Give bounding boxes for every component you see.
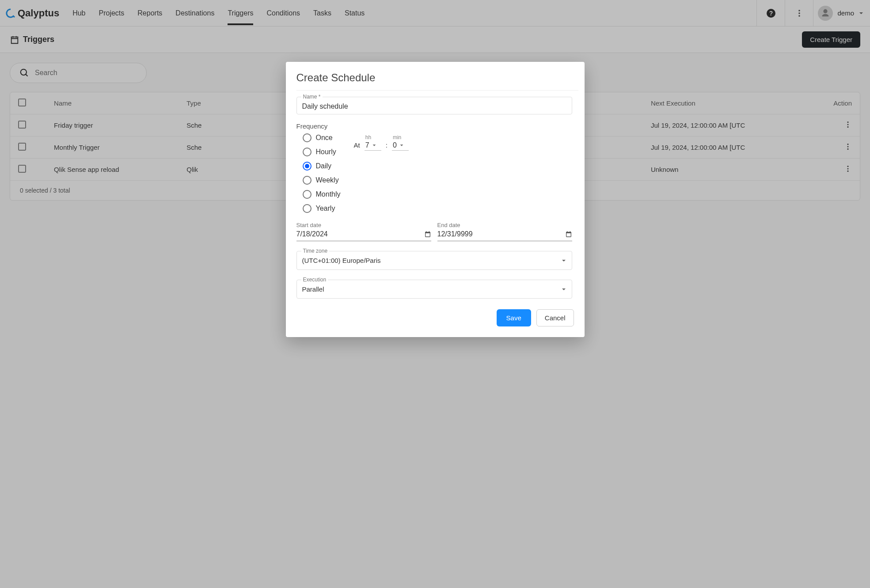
frequency-option-once[interactable]: Once — [303, 133, 341, 142]
name-input[interactable] — [302, 102, 566, 110]
time-picker: At hh 7 : min 0 — [354, 134, 409, 151]
frequency-option-label: Daily — [316, 162, 332, 170]
chevron-down-icon — [399, 143, 404, 148]
modal-overlay: Create Schedule Name * Frequency OnceHou… — [0, 0, 870, 210]
frequency-option-label: Yearly — [316, 205, 335, 210]
hour-select[interactable]: 7 — [365, 141, 381, 151]
hh-label: hh — [365, 134, 371, 140]
name-label: Name * — [301, 94, 323, 100]
radio-icon — [303, 133, 312, 142]
minute-value: 0 — [393, 141, 397, 149]
radio-icon — [303, 162, 312, 171]
frequency-option-monthly[interactable]: Monthly — [303, 190, 341, 199]
frequency-option-yearly[interactable]: Yearly — [303, 204, 341, 210]
radio-icon — [303, 204, 312, 210]
at-label: At — [354, 141, 360, 151]
frequency-option-label: Hourly — [316, 148, 336, 156]
hour-value: 7 — [365, 141, 369, 149]
frequency-option-hourly[interactable]: Hourly — [303, 148, 341, 156]
dialog-scroll[interactable]: Name * Frequency OnceHourlyDailyWeeklyMo… — [296, 90, 578, 210]
frequency-option-label: Weekly — [316, 176, 339, 184]
frequency-option-label: Monthly — [316, 190, 341, 198]
radio-icon — [303, 190, 312, 199]
frequency-option-weekly[interactable]: Weekly — [303, 176, 341, 185]
dialog-title: Create Schedule — [286, 62, 585, 90]
chevron-down-icon — [372, 143, 376, 148]
frequency-label: Frequency — [296, 122, 572, 130]
radio-icon — [303, 176, 312, 185]
frequency-option-label: Once — [316, 134, 333, 142]
radio-icon — [303, 148, 312, 156]
minute-select[interactable]: 0 — [392, 141, 409, 151]
name-field[interactable]: Name * — [296, 97, 572, 114]
create-schedule-dialog: Create Schedule Name * Frequency OnceHou… — [286, 62, 585, 210]
time-colon: : — [386, 141, 388, 151]
frequency-radio-group: OnceHourlyDailyWeeklyMonthlyYearly — [296, 133, 341, 210]
frequency-option-daily[interactable]: Daily — [303, 162, 341, 171]
min-label: min — [392, 134, 401, 140]
